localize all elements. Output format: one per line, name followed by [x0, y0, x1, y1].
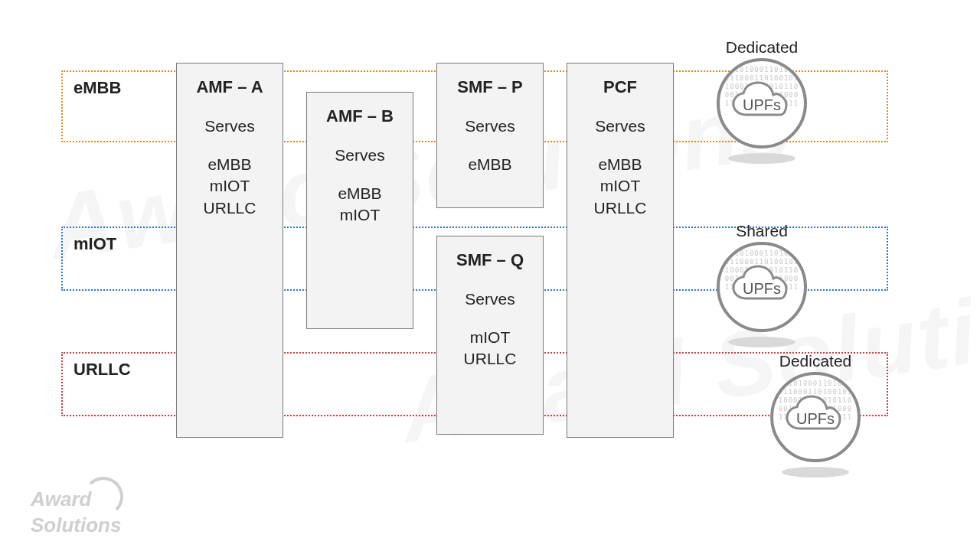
cloud-icon: 0110100011010010110001101001011000110100…	[717, 242, 807, 332]
nf-box-amf-a: AMF – A Serves eMBB mIOT URLLC	[176, 63, 283, 438]
upf-caption: Dedicated	[712, 38, 812, 57]
nf-serves-label: Serves	[437, 117, 543, 135]
nf-serves-label: Serves	[567, 117, 673, 135]
nf-title: SMF – Q	[437, 250, 543, 270]
upf-node-shared: Shared 011010001101001011000110100101100…	[712, 222, 812, 347]
upf-label: UPFs	[743, 280, 781, 298]
nf-serves-label: Serves	[177, 117, 283, 135]
nf-box-pcf: PCF Serves eMBB mIOT URLLC	[567, 63, 674, 438]
nf-box-smf-q: SMF – Q Serves mIOT URLLC	[436, 236, 544, 435]
nf-box-smf-p: SMF – P Serves eMBB	[436, 63, 544, 208]
brand-logo: AwardSolutions	[31, 477, 123, 534]
nf-title: AMF – B	[307, 106, 413, 126]
upf-label: UPFs	[796, 410, 835, 428]
upf-caption: Dedicated	[766, 352, 865, 370]
upf-caption: Shared	[712, 222, 812, 240]
nf-serves-label: Serves	[307, 146, 413, 165]
nf-serves-list: mIOT URLLC	[437, 327, 543, 370]
slice-label: eMBB	[74, 78, 121, 98]
upf-node-dedicated-bottom: Dedicated 011010001101001011000110100101…	[766, 352, 865, 478]
cloud-icon: 0110100011010010110001101001011000110100…	[717, 58, 807, 148]
upf-label: UPFs	[743, 96, 781, 114]
nf-title: SMF – P	[437, 77, 543, 97]
nf-serves-list: eMBB mIOT URLLC	[567, 154, 673, 219]
nf-box-amf-b: AMF – B Serves eMBB mIOT	[306, 92, 413, 329]
nf-title: PCF	[567, 77, 673, 97]
slice-label: URLLC	[74, 360, 131, 380]
nf-serves-list: eMBB	[437, 154, 543, 175]
cloud-icon: 0110100011010010110001101001011000110100…	[770, 372, 861, 462]
nf-title: AMF – A	[177, 77, 283, 97]
upf-node-dedicated-top: Dedicated 011010001101001011000110100101…	[712, 38, 812, 164]
nf-serves-list: eMBB mIOT URLLC	[177, 154, 283, 219]
nf-serves-list: eMBB mIOT	[307, 183, 413, 227]
diagram-canvas: Award Solutions Award Solutions eMBB mIO…	[0, 0, 980, 551]
nf-serves-label: Serves	[437, 290, 543, 308]
slice-label: mIOT	[74, 234, 116, 254]
